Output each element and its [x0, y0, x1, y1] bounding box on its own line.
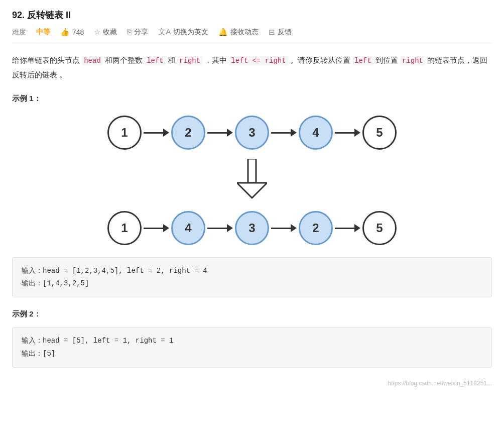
node-before-1: 1: [107, 116, 142, 150]
feedback-label: 反馈: [278, 28, 292, 37]
share-button[interactable]: ⎘ 分享: [127, 28, 148, 37]
svg-marker-1: [237, 183, 267, 198]
down-arrow: [237, 159, 267, 199]
watermark: https://blog.csdn.net/weixin_5118251...: [12, 380, 492, 387]
like-button[interactable]: 👍 748: [60, 28, 84, 37]
collect-button[interactable]: ☆ 收藏: [94, 28, 117, 37]
arrow-1: [144, 129, 169, 137]
node-after-4: 4: [171, 211, 205, 245]
difficulty-value: 中等: [36, 28, 50, 37]
node-after-3: 3: [235, 211, 269, 245]
difficulty-label: 难度: [12, 28, 26, 37]
toolbar: 难度 中等 👍 748 ☆ 收藏 ⎘ 分享 文A 切换为英文 🔔 接收动态 ⊟ …: [12, 27, 492, 43]
notify-button[interactable]: 🔔 接收动态: [218, 28, 259, 37]
example2-code-block: 输入：head = [5], left = 1, right = 1 输出：[5…: [12, 327, 492, 367]
arrow-after-1: [144, 224, 169, 232]
arrow-4: [335, 129, 360, 137]
bell-icon: 🔔: [218, 28, 228, 37]
switch-lang-button[interactable]: 文A 切换为英文: [158, 27, 208, 37]
switch-label: 切换为英文: [173, 28, 208, 37]
arrow-after-4: [335, 224, 360, 232]
share-label: 分享: [134, 28, 148, 37]
example1-code-block: 输入：head = [1,2,3,4,5], left = 2, right =…: [12, 257, 492, 297]
like-count: 748: [72, 28, 84, 36]
example1-output: 输出：[1,4,3,2,5]: [22, 277, 482, 290]
like-icon: 👍: [60, 28, 70, 37]
example2-output: 输出：[5]: [22, 348, 482, 360]
page-title: 92. 反转链表 II: [12, 9, 492, 21]
node-after-2: 2: [299, 211, 333, 245]
feedback-icon: ⊟: [269, 28, 275, 37]
arrow-3: [271, 129, 297, 137]
share-icon: ⎘: [127, 28, 132, 36]
svg-rect-0: [248, 159, 256, 183]
example2-title: 示例 2：: [12, 309, 492, 319]
arrow-after-2: [207, 224, 233, 232]
example2-input: 输入：head = [5], left = 1, right = 1: [22, 335, 482, 347]
example1-input: 输入：head = [1,2,3,4,5], left = 2, right =…: [22, 265, 482, 277]
node-before-5: 5: [362, 116, 397, 150]
before-linked-list: 1 2 3 4 5: [107, 116, 397, 150]
node-after-1: 1: [107, 211, 142, 245]
collect-label: 收藏: [103, 28, 117, 37]
feedback-button[interactable]: ⊟ 反馈: [269, 28, 292, 37]
node-before-4: 4: [299, 116, 333, 150]
description: 给你单链表的头节点 head 和两个整数 left 和 right ，其中 le…: [12, 53, 492, 82]
after-linked-list: 1 4 3 2 5: [107, 211, 397, 245]
diagram-area: 1 2 3 4 5 1 4 3 2 5: [12, 112, 492, 249]
node-after-5: 5: [362, 211, 397, 245]
example1-title: 示例 1：: [12, 94, 492, 103]
star-icon: ☆: [94, 28, 100, 37]
node-before-3: 3: [235, 116, 269, 150]
arrow-2: [207, 129, 233, 137]
arrow-after-3: [271, 224, 297, 232]
notify-label: 接收动态: [230, 28, 259, 37]
translate-icon: 文A: [158, 27, 171, 37]
node-before-2: 2: [171, 116, 205, 150]
